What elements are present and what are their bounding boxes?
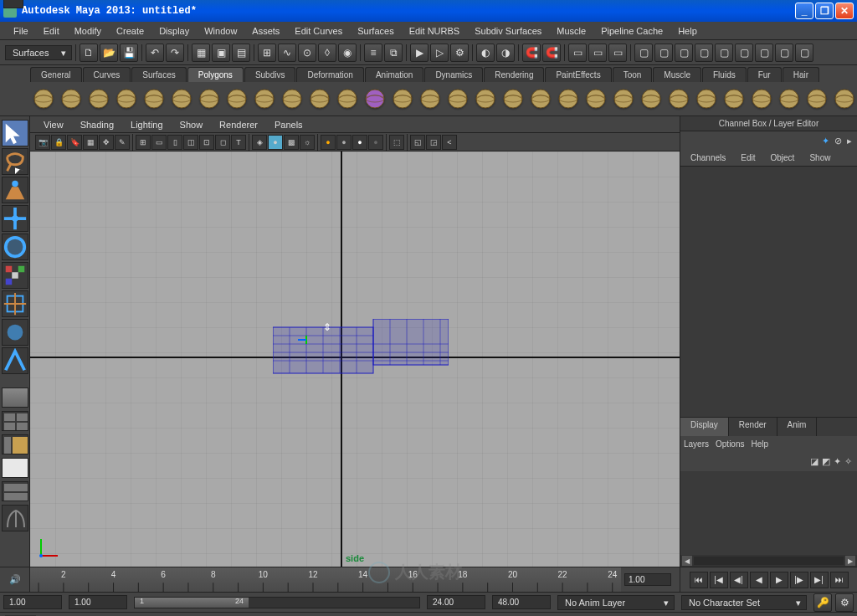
soft-select-tool[interactable] <box>2 319 28 346</box>
maya-home-button[interactable] <box>2 505 28 531</box>
shelf-cone-button[interactable] <box>113 85 139 113</box>
menu-window[interactable]: Window <box>198 24 244 38</box>
vt-field-chart[interactable]: ⊡ <box>199 135 214 150</box>
shelf-pyramid-button[interactable] <box>223 85 249 113</box>
shelf-merge-button[interactable] <box>693 85 719 113</box>
render-settings-button[interactable]: ⚙ <box>450 44 469 62</box>
snap-point-button[interactable]: ⊙ <box>298 44 316 62</box>
menu-help[interactable]: Help <box>671 24 704 38</box>
shelf-bridge-button[interactable] <box>665 85 691 113</box>
scroll-left-button[interactable]: ◀ <box>682 556 692 566</box>
menu-muscle[interactable]: Muscle <box>550 24 593 38</box>
shelf-prism-button[interactable] <box>196 85 222 113</box>
menu-surfaces[interactable]: Surfaces <box>351 24 400 38</box>
select-hierarchy-button[interactable]: ▦ <box>192 44 210 62</box>
menu-subdiv-surfaces[interactable]: Subdiv Surfaces <box>468 24 548 38</box>
vt-xray[interactable]: ◱ <box>410 135 425 150</box>
redo-button[interactable]: ↷ <box>166 44 184 62</box>
channel-menu-channels[interactable]: Channels <box>684 151 732 164</box>
layer-move-down-icon[interactable]: ◩ <box>822 456 830 467</box>
shelf-combine-button[interactable] <box>444 85 470 113</box>
viewport-3d[interactable]: ⇕ side <box>30 151 680 567</box>
panel3-button[interactable]: ▢ <box>675 44 693 62</box>
layer-new-selected-icon[interactable]: ✧ <box>844 456 852 467</box>
menu-edit-nurbs[interactable]: Edit NURBS <box>403 24 467 38</box>
timeline-sound-icon[interactable]: 🔊 <box>9 574 21 585</box>
layout-persp-outliner[interactable] <box>2 434 28 454</box>
shelf-extrude-button[interactable] <box>638 85 664 113</box>
layer-new-empty-icon[interactable]: ✦ <box>834 456 841 467</box>
shelf-crease-button[interactable] <box>721 85 747 113</box>
shelf-torus-button[interactable] <box>168 85 194 113</box>
step-forward-button[interactable]: |▶ <box>790 572 808 588</box>
menu-assets[interactable]: Assets <box>245 24 286 38</box>
play-forward-button[interactable]: ▶ <box>770 572 788 588</box>
layout-four[interactable] <box>2 411 28 431</box>
layout-perspective[interactable] <box>2 458 28 478</box>
snap-curve-button[interactable]: ∿ <box>278 44 296 62</box>
auto-key-button[interactable]: 🔑 <box>813 593 832 612</box>
layer-menu-help[interactable]: Help <box>751 439 768 449</box>
vt-bookmarks[interactable]: 🔖 <box>67 135 82 150</box>
anim-end-field[interactable] <box>492 595 551 609</box>
snap-plane-button[interactable]: ◊ <box>318 44 336 62</box>
range-slider-thumb[interactable]: 1 24 <box>135 598 249 608</box>
layer-menu-options[interactable]: Options <box>716 439 744 449</box>
minimize-button[interactable]: _ <box>795 3 813 19</box>
vt-grease[interactable]: ✎ <box>115 135 130 150</box>
menu-display[interactable]: Display <box>152 24 196 38</box>
shelf-poly-cube-purple-button[interactable] <box>362 85 387 113</box>
shelf-tab-animation[interactable]: Animation <box>365 67 423 82</box>
vt-image-plane[interactable]: ▦ <box>83 135 98 150</box>
shelf-tab-fur[interactable]: Fur <box>747 67 782 82</box>
menu-create[interactable]: Create <box>110 24 151 38</box>
options-icon[interactable]: ▸ <box>847 136 852 146</box>
viewport-mesh-object[interactable]: ⇕ <box>273 319 449 377</box>
viewport-menu-lighting[interactable]: Lighting <box>124 119 170 131</box>
render-button[interactable]: ▶ <box>410 44 428 62</box>
character-set-dropdown[interactable]: No Character Set <box>681 595 807 610</box>
module-dropdown[interactable]: Surfaces <box>5 45 72 60</box>
panel5-button[interactable]: ▢ <box>715 44 733 62</box>
anim-layer-dropdown[interactable]: No Anim Layer <box>557 595 675 610</box>
range-end-field[interactable] <box>427 595 485 609</box>
panel8-button[interactable]: ▢ <box>775 44 793 62</box>
shelf-tab-toon[interactable]: Toon <box>613 67 653 82</box>
vt-textured[interactable]: ▩ <box>284 135 299 150</box>
layer-tab-anim[interactable]: Anim <box>777 418 818 436</box>
vt-shadows[interactable]: ● <box>368 135 383 150</box>
axis-indicator-icon[interactable]: ✦ <box>822 136 829 146</box>
vt-resolution-gate[interactable]: ▯ <box>167 135 182 150</box>
input-construct-button[interactable]: ◐ <box>476 44 495 62</box>
select-component-button[interactable]: ▤ <box>232 44 250 62</box>
shelf-tab-muscle[interactable]: Muscle <box>653 67 701 82</box>
vt-screen-space-ao[interactable]: < <box>442 135 457 150</box>
shelf-tab-surfaces[interactable]: Surfaces <box>131 67 186 82</box>
layout-hypershade[interactable] <box>2 481 28 501</box>
vt-shaded[interactable]: ● <box>268 135 283 150</box>
panel9-button[interactable]: ▢ <box>795 44 813 62</box>
save-scene-button[interactable]: 💾 <box>120 44 138 62</box>
shelf-extract-button[interactable] <box>500 85 526 113</box>
prefs-button[interactable]: ⚙ <box>835 593 854 612</box>
shelf-plane-button[interactable] <box>141 85 167 113</box>
shelf-tab-painteffects[interactable]: PaintEffects <box>545 67 611 82</box>
shelf-helix-button[interactable] <box>279 85 305 113</box>
vt-use-lights[interactable]: ☼ <box>300 135 315 150</box>
universal-manip-tool[interactable] <box>2 290 28 317</box>
shelf-bevel-button[interactable] <box>610 85 636 113</box>
step-back-button[interactable]: ◀| <box>730 572 748 588</box>
menu-edit[interactable]: Edit <box>37 24 66 38</box>
shelf-tab-dynamics[interactable]: Dynamics <box>424 67 483 82</box>
vt-camera-lock[interactable]: 🔒 <box>51 135 66 150</box>
panel7-button[interactable]: ▢ <box>755 44 773 62</box>
range-start-field[interactable] <box>69 595 127 609</box>
shelf-planar-map-button[interactable] <box>776 85 802 113</box>
magnet2-button[interactable]: 🧲 <box>542 44 561 62</box>
step-forward-key-button[interactable]: ▶| <box>810 572 829 588</box>
scale-tool[interactable] <box>2 262 28 289</box>
anim-start-field[interactable] <box>3 595 62 609</box>
viewport-menu-renderer[interactable]: Renderer <box>213 119 264 131</box>
vt-light-off[interactable]: ● <box>321 135 336 150</box>
shelf-tab-hair[interactable]: Hair <box>783 67 819 82</box>
